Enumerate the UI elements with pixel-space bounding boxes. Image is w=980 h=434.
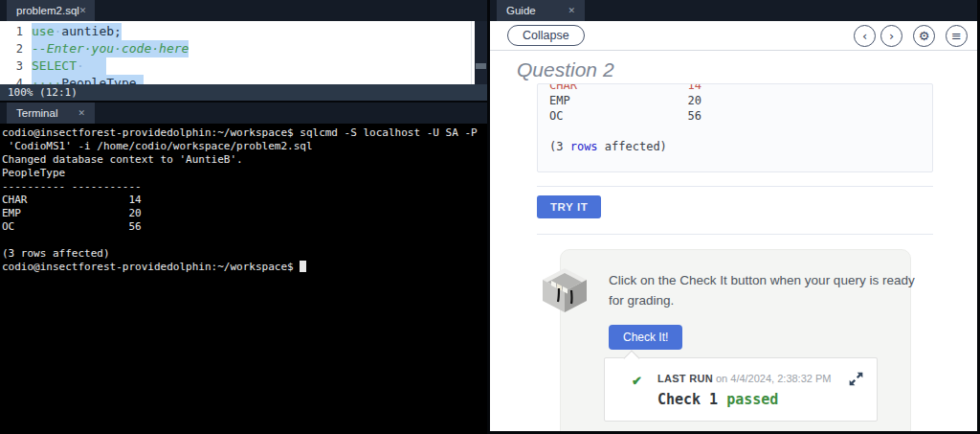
menu-button[interactable]: ≡ — [946, 25, 968, 47]
guide-output-line: (3 rows affected) — [549, 139, 921, 154]
close-icon[interactable]: ✕ — [78, 109, 85, 118]
close-icon[interactable]: ✕ — [568, 7, 575, 15]
gear-icon: ⚙ — [919, 29, 930, 43]
editor-line: 2--Enter·you·code·here — [0, 40, 475, 57]
tab-label: Terminal — [16, 107, 57, 119]
editor-line: 1use·auntieb; — [0, 23, 475, 40]
editor-line: 3SELECT· — [0, 57, 475, 75]
query-output-block[interactable]: CHAR 14EMP 20OC 56(3 rows affected) — [537, 83, 933, 172]
terminal-line: OC 56 — [2, 220, 487, 234]
check-icon: ✔ — [632, 374, 642, 408]
guide-output-line — [549, 124, 921, 139]
tab-label: problem2.sql — [16, 5, 79, 16]
divider — [537, 186, 933, 187]
terminal-tabbar: Terminal ✕ — [0, 103, 487, 124]
next-page-button[interactable]: › — [880, 25, 902, 47]
guide-toolbar: Collapse ‹ › ⚙ ≡ — [490, 21, 977, 51]
try-it-button[interactable]: TRY IT — [537, 195, 601, 218]
prev-page-button[interactable]: ‹ — [854, 25, 876, 47]
close-icon[interactable]: ✕ — [79, 7, 87, 15]
tab-guide[interactable]: Guide ✕ — [497, 0, 585, 21]
last-run-result-card: ✔ LAST RUN on 4/4/2024, 2:38:32 PM Check… — [604, 357, 878, 422]
check-it-button[interactable]: Check It! — [609, 325, 682, 350]
line-number: 4 — [0, 75, 32, 84]
tab-label: Guide — [506, 5, 536, 16]
editor-statusbar: 100% (12:1) — [0, 84, 487, 101]
terminal-line: EMP 20 — [2, 207, 487, 220]
app-window: problem2.sql ✕ 1use·auntieb;2--Enter·you… — [0, 0, 980, 434]
tab-problem2-sql[interactable]: problem2.sql ✕ — [7, 0, 95, 21]
terminal-line: 'CodioMS1' -i /home/codio/workspace/prob… — [2, 140, 487, 153]
guide-output-line: CHAR 14 — [549, 83, 921, 93]
divider — [537, 234, 933, 235]
zoom-and-cursor-position: 100% (12:1) — [8, 86, 78, 99]
terminal-panel: Terminal ✕ codio@insectforest-providedol… — [0, 103, 487, 434]
terminal-line: PeopleType — [2, 167, 487, 180]
expand-icon — [847, 370, 865, 388]
line-number: 2 — [0, 40, 32, 57]
terminal-line: (3 rows affected) — [2, 247, 487, 261]
editor-line: 4····PeopleType, — [0, 75, 475, 84]
left-pane: problem2.sql ✕ 1use·auntieb;2--Enter·you… — [0, 0, 490, 434]
terminal-line: Changed database context to 'AuntieB'. — [2, 153, 487, 167]
check-result-status: passed — [726, 391, 778, 408]
terminal-cursor — [300, 261, 306, 272]
check-result: Check 1 passed — [657, 391, 832, 408]
tab-terminal[interactable]: Terminal ✕ — [7, 103, 95, 124]
line-number: 1 — [0, 23, 32, 40]
line-number: 3 — [0, 57, 32, 75]
last-run-details: LAST RUN on 4/4/2024, 2:38:32 PM Check 1… — [657, 373, 832, 408]
terminal-line — [2, 234, 487, 247]
guide-output-line: EMP 20 — [549, 93, 921, 108]
guide-content: Question 2 CHAR 14EMP 20OC 56(3 rows aff… — [490, 51, 977, 431]
code-editor[interactable]: 1use·auntieb;2--Enter·you·code·here3SELE… — [0, 21, 487, 84]
guide-tabbar: Guide ✕ — [490, 0, 977, 21]
scrollbar-thumb[interactable] — [476, 63, 486, 69]
editor-tabbar: problem2.sql ✕ — [0, 0, 487, 21]
collapse-button[interactable]: Collapse — [507, 25, 585, 46]
terminal-line: CHAR 14 — [2, 194, 487, 207]
guide-nav-buttons: ‹ › ⚙ ≡ — [854, 25, 968, 47]
last-run-title: LAST RUN on 4/4/2024, 2:38:32 PM — [657, 373, 832, 384]
editor-code-area[interactable]: 1use·auntieb;2--Enter·you·code·here3SELE… — [0, 21, 475, 84]
terminal-line: codio@insectforest-providedolphin:~/work… — [2, 261, 487, 274]
check-result-name: Check 1 — [657, 391, 718, 408]
page-title: Question 2 — [517, 58, 977, 81]
guide-pane: Guide ✕ Collapse ‹ › ⚙ ≡ Question 2 CHAR… — [490, 0, 980, 434]
last-run-timestamp: on 4/4/2024, 2:38:32 PM — [716, 373, 831, 384]
last-run-label: LAST RUN — [657, 373, 713, 384]
editor-overview-ruler[interactable] — [475, 21, 487, 84]
chevron-right-icon: › — [889, 29, 894, 43]
terminal-line: ---------- ----------- — [2, 180, 487, 194]
menu-icon: ≡ — [951, 29, 962, 43]
guide-output-line: OC 56 — [549, 108, 921, 124]
expand-result-button[interactable] — [846, 370, 865, 389]
grading-instruction: Click on the Check It button when your q… — [609, 271, 920, 311]
terminal-output[interactable]: codio@insectforest-providedolphin:~/work… — [0, 124, 487, 434]
chevron-left-icon: ‹ — [862, 29, 867, 43]
terminal-line: codio@insectforest-providedolphin:~/work… — [2, 126, 487, 140]
grading-card: Click on the Check It button when your q… — [560, 249, 911, 431]
check-it-box-icon — [540, 265, 590, 315]
settings-button[interactable]: ⚙ — [913, 25, 935, 47]
